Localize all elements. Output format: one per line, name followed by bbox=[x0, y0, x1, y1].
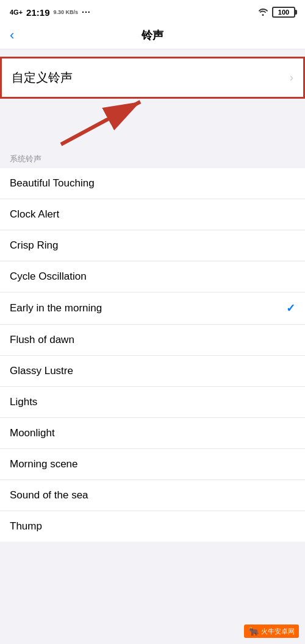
list-item[interactable]: Early in the morning✓ bbox=[0, 292, 305, 325]
ringtone-name: Moonlight bbox=[10, 427, 55, 439]
status-dots: ··· bbox=[82, 7, 91, 17]
svg-line-1 bbox=[61, 102, 140, 144]
list-item[interactable]: Lights bbox=[0, 387, 305, 418]
list-item[interactable]: Morning scene bbox=[0, 449, 305, 480]
ringtone-name: Flush of dawn bbox=[10, 334, 74, 346]
ringtone-name: Early in the morning bbox=[10, 302, 102, 314]
ringtone-name: Thump bbox=[10, 520, 42, 533]
ringtone-name: Beautiful Touching bbox=[10, 177, 95, 189]
list-item[interactable]: Crisp Ring bbox=[0, 230, 305, 261]
wifi-icon bbox=[257, 7, 268, 18]
header: ‹ 铃声 bbox=[0, 22, 305, 49]
back-button[interactable]: ‹ bbox=[10, 27, 14, 43]
annotation-arrow-container bbox=[0, 99, 305, 147]
status-bar: 4G+ 21:19 9.30 KB/s ··· 100 bbox=[0, 0, 305, 22]
list-item[interactable]: Clock Alert bbox=[0, 199, 305, 230]
list-item[interactable]: Sound of the sea bbox=[0, 480, 305, 511]
watermark: 🐂 火牛安卓网 bbox=[244, 625, 299, 638]
battery-indicator: 100 bbox=[272, 7, 295, 18]
page-title: 铃声 bbox=[142, 28, 163, 43]
ringtone-name: Cycle Oscillation bbox=[10, 271, 87, 283]
ringtone-name: Clock Alert bbox=[10, 208, 59, 221]
ringtone-name: Morning scene bbox=[10, 458, 78, 470]
annotation-arrow bbox=[0, 99, 305, 147]
ringtone-name: Lights bbox=[10, 396, 37, 408]
list-item[interactable]: Thump bbox=[0, 511, 305, 542]
ringtone-name: Glassy Lustre bbox=[10, 365, 73, 377]
network-speed: 9.30 KB/s bbox=[53, 9, 78, 16]
list-item[interactable]: Flush of dawn bbox=[0, 325, 305, 356]
watermark-icon: 🐂 bbox=[248, 626, 259, 636]
custom-ringtone-section: 自定义铃声 › bbox=[0, 57, 305, 99]
list-item[interactable]: Cycle Oscillation bbox=[0, 261, 305, 292]
custom-ringtone-row[interactable]: 自定义铃声 › bbox=[2, 58, 303, 97]
status-right: 100 bbox=[257, 7, 295, 18]
ringtone-name: Crisp Ring bbox=[10, 239, 58, 252]
list-item[interactable]: Beautiful Touching bbox=[0, 168, 305, 199]
list-item[interactable]: Moonlight bbox=[0, 418, 305, 449]
checkmark-icon: ✓ bbox=[286, 302, 295, 315]
section-header: 系统铃声 bbox=[0, 147, 305, 168]
list-item[interactable]: Glassy Lustre bbox=[0, 356, 305, 387]
status-left: 4G+ 21:19 9.30 KB/s ··· bbox=[10, 7, 91, 18]
watermark-text: 火牛安卓网 bbox=[261, 627, 295, 636]
ringtone-name: Sound of the sea bbox=[10, 489, 88, 501]
custom-ringtone-label: 自定义铃声 bbox=[12, 69, 73, 86]
ringtone-list: Beautiful TouchingClock AlertCrisp RingC… bbox=[0, 168, 305, 542]
chevron-right-icon: › bbox=[290, 71, 293, 84]
clock: 21:19 bbox=[26, 7, 49, 18]
network-indicator: 4G+ bbox=[10, 9, 23, 16]
